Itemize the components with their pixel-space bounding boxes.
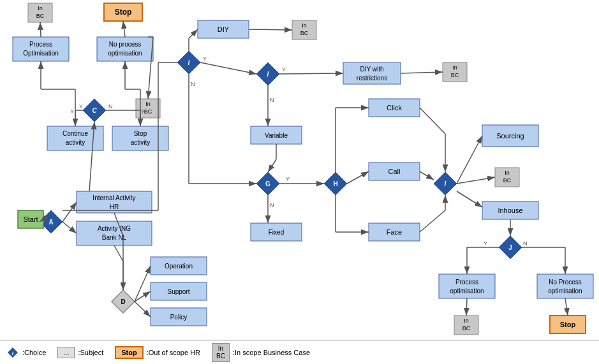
svg-line-158 [457,191,482,207]
svg-text:restrictions: restrictions [357,75,387,82]
svg-text:J: J [508,244,512,251]
svg-rect-65 [537,274,593,298]
svg-text:Optimisation: Optimisation [23,50,59,57]
svg-text:Variable: Variable [265,132,288,139]
svg-text:Policy: Policy [170,314,188,321]
svg-text:G: G [265,180,270,187]
svg-text:Process: Process [455,279,478,286]
svg-line-153 [420,171,434,180]
diagram-container: In BC Stop Process Optimisation No proce… [0,0,599,364]
legend-choice: i :Choice [6,346,46,359]
svg-text:Continue: Continue [63,130,88,137]
legend-subject: ... :Subject [57,347,103,358]
svg-text:Y: Y [282,66,286,73]
svg-line-154 [420,210,445,232]
svg-line-167 [565,298,568,316]
svg-text:Fixed: Fixed [269,229,284,236]
svg-text:No process: No process [109,41,142,48]
svg-text:In: In [505,170,510,176]
svg-text:A: A [48,219,53,226]
svg-text:No Process: No Process [549,279,582,286]
legend-in-scope: InBC :In scope Business Case [212,343,310,362]
svg-text:BC: BC [462,325,471,331]
svg-text:Face: Face [387,228,402,236]
svg-text:In: In [464,317,469,324]
svg-text:Support: Support [167,288,189,295]
svg-line-127 [189,29,198,38]
svg-text:Internal Activity: Internal Activity [92,194,135,201]
svg-text:DIY: DIY [218,25,230,33]
svg-text:Y: Y [79,103,83,110]
legend-out-of-scope-label: :Out of scope HR [147,349,200,356]
svg-text:Operation: Operation [165,263,193,270]
svg-text:Start: Start [23,215,38,223]
svg-text:Activity ING: Activity ING [98,225,131,232]
svg-text:N: N [523,240,528,247]
legend-choice-icon: i [6,346,19,359]
svg-text:activity: activity [66,139,85,146]
svg-rect-62 [439,274,495,298]
svg-text:Y: Y [203,55,207,62]
svg-text:Stop: Stop [115,8,132,17]
svg-text:C: C [92,107,97,114]
svg-text:In: In [38,5,43,11]
svg-text:BC: BC [503,177,512,184]
svg-text:In: In [302,22,307,29]
svg-text:D: D [121,298,125,305]
svg-text:N: N [108,103,113,110]
svg-text:optimisation: optimisation [548,288,582,295]
svg-text:optimisation: optimisation [108,50,142,57]
svg-line-94 [63,202,77,222]
svg-text:Sourcing: Sourcing [496,132,524,140]
svg-line-119 [123,21,125,37]
svg-line-135 [401,72,443,73]
diagram-svg: In BC Stop Process Optimisation No proce… [0,0,599,364]
svg-text:N: N [191,81,195,87]
svg-line-141 [268,159,276,172]
svg-line-157 [457,177,495,184]
svg-text:N: N [142,108,146,115]
svg-line-98 [114,245,123,261]
svg-text:Click: Click [387,104,402,112]
svg-text:I: I [188,59,190,66]
svg-text:Y: Y [286,176,290,182]
svg-text:HR: HR [110,203,119,210]
legend-subject-box: ... [57,347,75,358]
svg-text:Call: Call [388,168,401,175]
svg-line-133 [279,73,343,74]
svg-text:Y: Y [70,108,74,115]
svg-text:N: N [270,202,274,208]
svg-text:DIY with: DIY with [360,66,383,73]
svg-text:Stop: Stop [134,130,147,137]
svg-line-128 [249,29,292,30]
svg-text:Inhouse: Inhouse [498,207,522,214]
svg-text:BC: BC [36,13,45,19]
svg-line-151 [420,108,445,134]
legend: i :Choice ... :Subject Stop :Out of scop… [0,340,599,364]
svg-text:I: I [267,71,269,78]
svg-text:Y: Y [484,240,487,247]
svg-line-129 [200,62,256,74]
svg-line-102 [135,302,151,317]
svg-text:optimisation: optimisation [450,288,484,295]
legend-out-of-scope: Stop :Out of scope HR [115,346,200,359]
svg-text:H: H [333,180,337,187]
legend-stop-box: Stop [115,346,143,359]
svg-line-95 [63,222,77,233]
svg-text:activity: activity [131,139,151,146]
legend-subject-label: :Subject [78,349,103,356]
svg-text:I: I [445,180,447,187]
svg-line-148 [347,171,369,184]
svg-text:BC: BC [451,72,459,78]
svg-text:N: N [270,97,274,103]
legend-inbc-box: InBC [212,343,230,362]
legend-in-scope-label: :In scope Business Case [233,349,310,356]
svg-text:In: In [145,101,151,107]
svg-text:Process: Process [29,41,52,48]
svg-text:In: In [452,64,457,71]
svg-line-156 [457,136,482,184]
legend-choice-label: :Choice [22,349,46,356]
svg-text:BC: BC [300,30,309,36]
svg-line-118 [40,22,41,37]
svg-line-166 [466,298,467,316]
